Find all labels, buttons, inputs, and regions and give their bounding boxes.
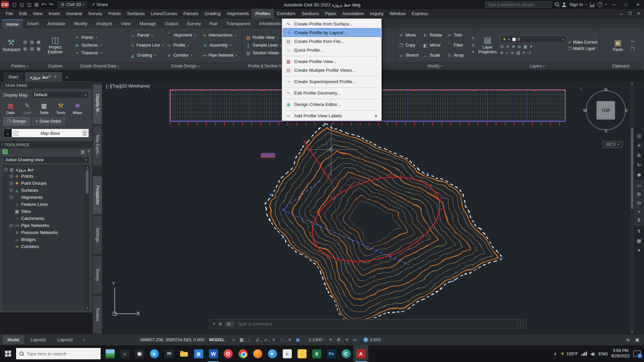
create-design-label[interactable]: Create Design bbox=[128, 62, 242, 70]
volume-icon[interactable]: ◀) bbox=[590, 351, 595, 356]
menubar-item[interactable]: Inquiry bbox=[367, 9, 387, 18]
ribbon-tab[interactable]: Manage bbox=[135, 19, 160, 28]
language-indicator[interactable]: ENG bbox=[598, 351, 608, 356]
taskpane-tools-tool[interactable]: ⚒ Tools bbox=[53, 102, 68, 115]
workspace-gear-icon[interactable]: ⚙ bbox=[335, 336, 343, 344]
layer-tool-icon[interactable]: ◐ bbox=[506, 50, 508, 55]
menubar-item[interactable]: Grading bbox=[202, 9, 224, 18]
scroll-up-icon[interactable]: ▲ bbox=[85, 165, 89, 170]
menu-item-create-superimposed-profile[interactable]: ≈ Create Superimposed Profile... ▸ bbox=[283, 77, 381, 86]
palette-icon[interactable]: ▤ bbox=[22, 39, 28, 45]
minimize-button[interactable]: — bbox=[609, 1, 619, 8]
layer-select[interactable]: ☀ ◐ 0 bbox=[500, 36, 566, 43]
menubar-item[interactable]: Pipes bbox=[322, 9, 339, 18]
scroll-down-icon[interactable]: ▼ bbox=[630, 330, 634, 334]
compass-south[interactable]: S bbox=[604, 128, 607, 133]
scroll-up-icon[interactable]: ▲ bbox=[630, 81, 634, 85]
tree-item-catchments[interactable]: + ◔ Catchments bbox=[3, 215, 85, 222]
menubar-item[interactable]: Alignments bbox=[224, 9, 252, 18]
weather-widget[interactable]: ☀ 100°F bbox=[560, 351, 578, 357]
annotation-add-icon[interactable]: ✛ bbox=[343, 336, 351, 344]
vtab-display-manager[interactable]: Display M... bbox=[93, 84, 102, 124]
edge-icon[interactable]: e bbox=[147, 345, 162, 362]
vtab-settings[interactable]: Settings bbox=[93, 216, 102, 254]
pan-updown-icon[interactable]: ⇅ bbox=[635, 216, 643, 224]
menu-item-create-profile-from-surface[interactable]: ∿ Create Profile from Surface... ▸ bbox=[283, 19, 381, 28]
ribbon-button[interactable]: ◭Grading bbox=[129, 52, 165, 59]
new-layout-button[interactable]: + bbox=[80, 336, 88, 344]
task-pane-header[interactable]: TASK PANE bbox=[0, 81, 92, 89]
menu-item-design-criteria-editor[interactable]: ▣ Design Criteria Editor... ▸ bbox=[283, 100, 381, 109]
orbit-icon[interactable]: ↻ bbox=[635, 161, 643, 169]
sign-in-button[interactable]: Sign In bbox=[569, 2, 583, 7]
expand-icon[interactable]: + bbox=[10, 182, 13, 185]
layer-tool-icon[interactable]: ≡ bbox=[523, 50, 525, 55]
doc-restore-button[interactable]: ❐ bbox=[626, 10, 634, 17]
layers-panel-label[interactable]: Layers bbox=[475, 62, 599, 70]
new-file-icon[interactable]: ▢ bbox=[11, 1, 18, 8]
tab-start[interactable]: Start bbox=[3, 72, 24, 81]
tree-item-pressure-networks[interactable]: + ⋔ Pressure Networks bbox=[3, 229, 85, 236]
annotation-monitor-icon[interactable]: ▭ bbox=[351, 336, 359, 344]
redo-icon[interactable]: ↷ bbox=[48, 1, 55, 8]
command-customize-icon[interactable]: ⚙ bbox=[218, 321, 222, 326]
layout1-tab[interactable]: Layout1 bbox=[26, 335, 51, 344]
polar-tracking-icon[interactable]: ∠ bbox=[254, 336, 262, 344]
menu-item-create-multiple-profile-views[interactable]: ▤ Create Multiple Profile Views... ▸ bbox=[283, 66, 381, 74]
ribbon-button[interactable]: ✛Intersections bbox=[201, 32, 237, 39]
menubar-item[interactable]: File bbox=[3, 9, 16, 18]
workspace-switcher[interactable]: ⚙ Civil 3D bbox=[58, 1, 87, 8]
civil3d-icon[interactable]: A bbox=[354, 345, 368, 362]
menu-item-create-profile-view[interactable]: ▦ Create Profile View... ▸ bbox=[283, 57, 381, 66]
menubar-item[interactable]: Corridors bbox=[274, 9, 299, 18]
layer-tool-icon[interactable]: ☀ bbox=[506, 44, 509, 49]
ribbon-tab[interactable]: Transparent bbox=[222, 19, 255, 28]
lineweight-icon[interactable]: ≡ bbox=[286, 336, 294, 344]
menu-item[interactable]: ▸ bbox=[285, 86, 379, 88]
clock[interactable]: 3:59 PM 9/29/2022 bbox=[611, 348, 630, 359]
isolate-objects-icon[interactable]: ⇆ bbox=[624, 336, 632, 344]
ribbon-button[interactable]: ◈Surfaces bbox=[73, 42, 103, 49]
file-explorer-icon[interactable] bbox=[176, 345, 191, 362]
compass-north[interactable]: N bbox=[604, 87, 607, 92]
command-line[interactable]: ✕ ⚙ ▤ › bbox=[209, 319, 526, 328]
ribbon-tab[interactable]: InfraWorks bbox=[255, 19, 285, 28]
ribbon-button[interactable]: ↻Rotate bbox=[421, 32, 445, 39]
menu-item[interactable]: ▸ bbox=[285, 98, 379, 99]
command-recent-icon[interactable]: ▤ bbox=[225, 321, 235, 327]
menu-item-quick-profile[interactable]: ∿ Quick Profile... ▸ bbox=[283, 46, 381, 54]
paste-button[interactable]: ▣ Paste bbox=[607, 39, 629, 52]
tree-item-sites[interactable]: + ▦ Sites bbox=[3, 208, 85, 215]
action-center-icon[interactable]: 9 bbox=[633, 351, 641, 357]
pan-icon[interactable]: ✛ bbox=[635, 141, 643, 149]
ribbon-button[interactable]: ✛Points bbox=[73, 34, 103, 41]
object-snap-nav-icon[interactable]: ⌖ bbox=[635, 207, 643, 216]
ortho-icon[interactable]: ∟ bbox=[246, 336, 254, 344]
keyword-search-input[interactable] bbox=[485, 1, 552, 8]
expand-icon[interactable]: + bbox=[10, 196, 13, 199]
annotation-scale-select[interactable]: 1:1000 bbox=[309, 337, 325, 342]
mail-icon[interactable]: ✉ bbox=[162, 345, 176, 362]
tree-item-bridges[interactable]: + ⌓ Bridges bbox=[3, 236, 85, 243]
ribbon-tab[interactable]: Annotate bbox=[43, 19, 70, 28]
firefox-icon[interactable] bbox=[250, 345, 265, 362]
tab-drawing[interactable]: خط پروژه* ✕ bbox=[24, 72, 63, 81]
vtab-map-explorer[interactable]: Map Explo... bbox=[93, 126, 102, 166]
notepad-icon[interactable]: ≡ bbox=[280, 345, 294, 362]
taskpane-data-tool[interactable]: ▦ Data bbox=[3, 102, 18, 115]
task-view-icon[interactable]: ▣ bbox=[132, 345, 147, 362]
layer-tool-icon[interactable]: ▦ bbox=[523, 44, 527, 49]
tree-scrollbar[interactable]: ▲ ▼ bbox=[85, 165, 89, 310]
zoom-window-icon[interactable]: ⊞ bbox=[635, 190, 643, 198]
ribbon-tab[interactable]: Analyze bbox=[92, 19, 117, 28]
ribbon-button[interactable]: ▤Profile View bbox=[244, 34, 284, 41]
menubar-item[interactable]: Insert bbox=[46, 9, 63, 18]
tree-item-feature-lines[interactable]: + ∿ Feature Lines bbox=[3, 201, 85, 208]
close-button[interactable]: ✕ bbox=[633, 1, 643, 8]
map-base-spinner[interactable]: ▲▼ bbox=[83, 130, 87, 136]
layer-tool-icon[interactable]: ⇆ bbox=[518, 44, 521, 49]
snap-icon[interactable]: ▦ bbox=[237, 336, 246, 344]
star-nav-icon[interactable]: ✦ bbox=[635, 246, 643, 254]
open-file-icon[interactable]: ◱ bbox=[18, 1, 25, 8]
scrollbar-thumb[interactable] bbox=[631, 128, 633, 209]
